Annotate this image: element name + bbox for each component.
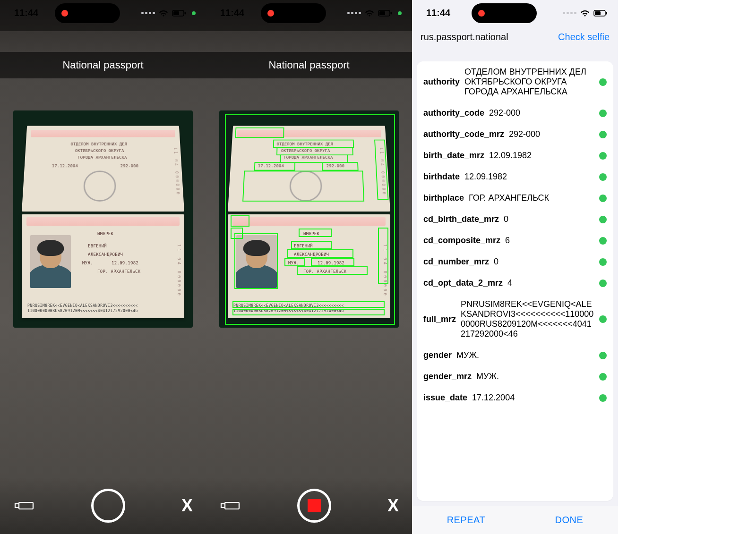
result-row: cd_composite_mrz6 xyxy=(417,230,613,251)
dynamic-island xyxy=(261,3,326,23)
field-value: МУЖ. xyxy=(456,350,594,360)
close-button[interactable]: X xyxy=(181,497,193,514)
field-key: gender_mrz xyxy=(423,372,472,381)
status-bar: 11:44 xyxy=(206,0,412,26)
status-ok-icon xyxy=(599,373,607,381)
recording-dot-icon xyxy=(61,10,68,17)
done-button[interactable]: DONE xyxy=(555,515,584,526)
field-value: 12.09.1982 xyxy=(489,151,594,161)
result-row: cd_number_mrz0 xyxy=(417,251,613,272)
status-ok-icon xyxy=(599,131,607,138)
field-value: 0 xyxy=(494,257,594,267)
repeat-button[interactable]: REPEAT xyxy=(447,515,486,526)
svg-rect-8 xyxy=(391,12,392,14)
field-value: 292-000 xyxy=(509,129,594,139)
field-value: МУЖ. xyxy=(476,372,594,381)
passport-photo xyxy=(30,235,71,288)
check-selfie-link[interactable]: Check selfie xyxy=(558,32,610,42)
status-bar: 11:44 xyxy=(0,0,206,26)
flashlight-icon[interactable] xyxy=(219,498,241,514)
status-time: 11:44 xyxy=(426,8,450,18)
status-right xyxy=(141,10,196,17)
svg-rect-9 xyxy=(225,502,239,509)
result-row: cd_opt_data_2_mrz4 xyxy=(417,272,613,294)
status-right xyxy=(347,10,402,17)
status-ok-icon xyxy=(599,195,607,202)
battery-icon xyxy=(172,10,186,17)
status-time: 11:44 xyxy=(14,8,38,18)
flashlight-icon[interactable] xyxy=(13,498,35,514)
result-row: birthplaceГОР. АРХАНГЕЛЬСК xyxy=(417,187,613,209)
result-row: authority_code_mrz292-000 xyxy=(417,124,613,145)
battery-icon xyxy=(593,10,608,17)
status-ok-icon xyxy=(599,394,607,402)
field-value: 0 xyxy=(504,214,594,224)
field-key: authority_code xyxy=(423,108,484,118)
field-key: issue_date xyxy=(423,393,467,403)
mrz-zone: PNRUSIM8REK<<EVGENIQ<ALEKSANDROVI3<<<<<<… xyxy=(27,304,179,314)
svg-rect-7 xyxy=(379,11,385,15)
result-row: full_mrzPNRUSIM8REK<<EVGENIQ<ALEKSANDROV… xyxy=(417,294,613,345)
result-row: cd_birth_date_mrz0 xyxy=(417,209,613,230)
cellular-icon xyxy=(347,12,361,14)
field-key: cd_opt_data_2_mrz xyxy=(423,278,503,288)
results-list[interactable]: authorityОТДЕЛОМ ВНУТРЕННИХ ДЕЛ ОКТЯБРЬС… xyxy=(417,61,613,501)
result-row: birthdate12.09.1982 xyxy=(417,166,613,187)
svg-rect-1 xyxy=(173,11,179,15)
privacy-dot-icon xyxy=(398,11,402,15)
result-row: authorityОТДЕЛОМ ВНУТРЕННИХ ДЕЛ ОКТЯБРЬС… xyxy=(417,61,613,102)
screen-camera-idle: 11:44 National passport ОТДЕЛОМ ВНУТРЕНН… xyxy=(0,0,206,534)
field-value: 6 xyxy=(505,236,594,246)
screen-camera-scanning: 11:44 National passport ОТДЕЛОМ ВНУТРЕНН… xyxy=(206,0,412,534)
wifi-icon xyxy=(365,10,374,17)
result-row: issue_date17.12.2004 xyxy=(417,387,613,408)
field-value: ОТДЕЛОМ ВНУТРЕННИХ ДЕЛ ОКТЯБРЬСКОГО ОКРУ… xyxy=(464,67,594,97)
status-ok-icon xyxy=(599,78,607,86)
shutter-button[interactable] xyxy=(297,489,331,523)
svg-rect-4 xyxy=(15,504,19,508)
dynamic-island xyxy=(55,3,120,23)
field-value: 12.09.1982 xyxy=(464,172,594,182)
privacy-dot-icon xyxy=(192,11,196,15)
field-value: 4 xyxy=(507,278,594,288)
field-key: cd_birth_date_mrz xyxy=(423,214,499,224)
close-button[interactable]: X xyxy=(387,497,399,514)
field-key: gender xyxy=(423,350,452,360)
wifi-icon xyxy=(580,10,590,17)
wifi-icon xyxy=(159,10,168,17)
battery-icon xyxy=(378,10,392,17)
status-ok-icon xyxy=(599,352,607,359)
status-ok-icon xyxy=(599,110,607,117)
result-row: authority_code292-000 xyxy=(417,102,613,124)
result-row: genderМУЖ. xyxy=(417,345,613,366)
results-actions: REPEAT DONE xyxy=(412,506,618,534)
status-bar: 11:44 xyxy=(412,0,618,26)
doc-type-id: rus.passport.national xyxy=(421,32,508,42)
recording-dot-icon xyxy=(478,10,485,17)
svg-rect-10 xyxy=(221,504,225,508)
field-key: birthdate xyxy=(423,172,460,182)
status-ok-icon xyxy=(599,258,607,266)
status-right xyxy=(563,10,608,17)
passport-document: ОТДЕЛОМ ВНУТРЕННИХ ДЕЛ ОКТЯБРЬСКОГО ОКРУ… xyxy=(18,115,188,323)
doc-type-label: National passport xyxy=(62,59,143,71)
screen-results: 11:44 rus.passport.national Check selfie… xyxy=(412,0,618,534)
field-key: authority xyxy=(423,77,460,87)
cellular-icon xyxy=(141,12,155,14)
result-row: birth_date_mrz12.09.1982 xyxy=(417,145,613,166)
status-ok-icon xyxy=(599,173,607,181)
cellular-icon xyxy=(563,12,576,14)
passport-document: ОТДЕЛОМ ВНУТРЕННИХ ДЕЛ ОКТЯБРЬСКОГО ОКРУ… xyxy=(224,115,394,323)
field-key: full_mrz xyxy=(423,314,456,324)
doc-type-label: National passport xyxy=(268,59,349,71)
field-key: cd_number_mrz xyxy=(423,257,489,267)
status-ok-icon xyxy=(599,152,607,160)
field-value: ГОР. АРХАНГЕЛЬСК xyxy=(469,193,594,203)
status-ok-icon xyxy=(599,216,607,223)
field-key: authority_code_mrz xyxy=(423,129,504,139)
field-value: PNRUSIM8REK<<EVGENIQ<ALEKSANDROVI3<<<<<<… xyxy=(461,299,594,339)
status-ok-icon xyxy=(599,280,607,287)
recording-dot-icon xyxy=(267,10,274,17)
shutter-button[interactable] xyxy=(91,489,125,523)
status-time: 11:44 xyxy=(220,8,244,18)
